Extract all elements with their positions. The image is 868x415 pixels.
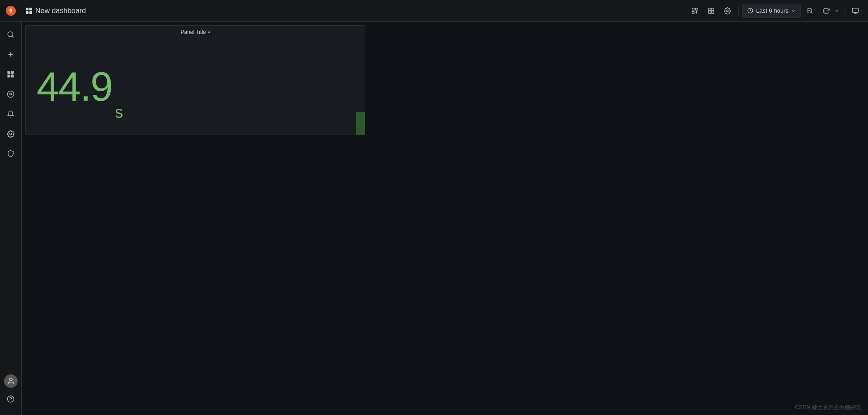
svg-rect-13 bbox=[712, 11, 714, 13]
stat-unit: s bbox=[115, 103, 123, 122]
svg-rect-6 bbox=[696, 8, 698, 10]
svg-point-31 bbox=[9, 93, 11, 95]
refresh-btn-group bbox=[819, 4, 840, 18]
panel-title-chevron: ▾ bbox=[208, 30, 210, 35]
page-title: New dashboard bbox=[35, 7, 86, 15]
svg-rect-3 bbox=[26, 11, 28, 14]
tv-mode-button[interactable] bbox=[848, 4, 863, 18]
sidebar-item-dashboards[interactable] bbox=[2, 65, 20, 83]
sidebar-bottom bbox=[2, 374, 20, 415]
svg-rect-1 bbox=[26, 8, 28, 10]
panel-sparkline bbox=[356, 112, 365, 135]
svg-point-33 bbox=[9, 378, 12, 381]
panel-header: Panel Title ▾ bbox=[26, 26, 365, 38]
svg-rect-2 bbox=[29, 8, 32, 10]
time-range-button[interactable]: Last 6 hours bbox=[742, 4, 801, 18]
dashboard-grid-icon bbox=[25, 7, 33, 14]
svg-line-23 bbox=[12, 36, 14, 37]
svg-rect-12 bbox=[708, 11, 711, 13]
sidebar bbox=[0, 22, 22, 415]
separator-1 bbox=[738, 6, 739, 15]
dashboard-title-area: New dashboard bbox=[25, 7, 86, 15]
separator-2 bbox=[844, 6, 844, 15]
svg-point-32 bbox=[9, 133, 11, 135]
sidebar-item-create[interactable] bbox=[2, 45, 20, 63]
svg-rect-11 bbox=[712, 8, 714, 10]
svg-rect-28 bbox=[7, 75, 10, 77]
svg-rect-29 bbox=[11, 75, 14, 77]
settings-button[interactable] bbox=[720, 4, 735, 18]
content-area: Panel Title ▾ 44.9 s bbox=[22, 22, 868, 415]
svg-line-17 bbox=[811, 12, 812, 14]
logo-button[interactable] bbox=[0, 0, 22, 22]
top-header: New dashboard bbox=[0, 0, 868, 22]
panel-title-button[interactable]: Panel Title ▾ bbox=[180, 29, 210, 35]
main-body: Panel Title ▾ 44.9 s bbox=[0, 22, 868, 415]
header-left: New dashboard bbox=[0, 0, 86, 22]
svg-point-30 bbox=[7, 91, 14, 97]
user-avatar[interactable] bbox=[4, 374, 18, 388]
sidebar-item-explore[interactable] bbox=[2, 85, 20, 103]
svg-rect-10 bbox=[708, 8, 711, 10]
svg-rect-4 bbox=[29, 11, 32, 14]
zoom-out-button[interactable] bbox=[802, 4, 817, 18]
svg-rect-27 bbox=[11, 71, 14, 74]
share-button[interactable] bbox=[704, 4, 718, 18]
sidebar-item-search[interactable] bbox=[2, 25, 20, 43]
stat-value: 44.9 bbox=[37, 66, 112, 107]
panel: Panel Title ▾ 44.9 s bbox=[25, 25, 365, 135]
time-range-label: Last 6 hours bbox=[756, 7, 788, 14]
sidebar-item-shield[interactable] bbox=[2, 145, 20, 163]
refresh-dropdown-button[interactable] bbox=[833, 4, 840, 18]
svg-point-22 bbox=[8, 32, 13, 37]
header-right: Last 6 hours bbox=[688, 4, 863, 18]
sidebar-item-help[interactable] bbox=[2, 390, 20, 408]
svg-rect-7 bbox=[692, 11, 694, 14]
svg-rect-5 bbox=[692, 8, 694, 10]
sidebar-item-configuration[interactable] bbox=[2, 125, 20, 143]
panel-body: 44.9 s bbox=[26, 38, 365, 135]
svg-rect-26 bbox=[7, 71, 10, 74]
add-panel-button[interactable] bbox=[688, 4, 702, 18]
svg-rect-19 bbox=[852, 8, 858, 12]
refresh-button[interactable] bbox=[819, 4, 833, 18]
panel-title-text: Panel Title bbox=[180, 29, 206, 35]
watermark: CSDN @土豆怎么做都好吃 bbox=[795, 404, 861, 411]
svg-point-14 bbox=[726, 10, 728, 12]
sidebar-item-alerting[interactable] bbox=[2, 105, 20, 123]
